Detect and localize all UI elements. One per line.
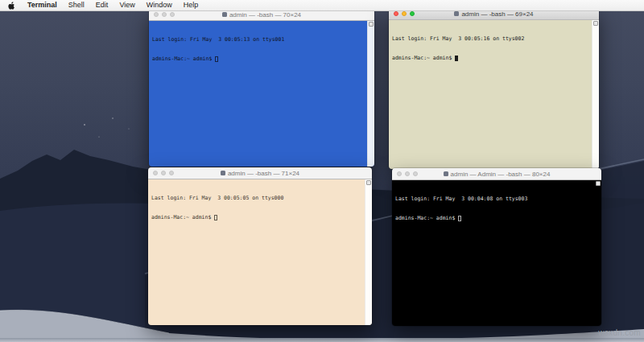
window-titlebar[interactable]: admin — Admin — -bash — 80×24 xyxy=(392,168,601,180)
terminal-content[interactable]: Last login: Fri May 3 00:04:08 on ttys00… xyxy=(392,180,601,326)
close-button[interactable] xyxy=(154,12,159,17)
terminal-window-bottom-right: admin — Admin — -bash — 80×24 Last login… xyxy=(392,168,601,326)
close-button[interactable] xyxy=(153,171,158,175)
terminal-content[interactable]: Last login: Fri May 3 00:05:05 on ttys00… xyxy=(148,179,372,325)
terminal-output-line: Last login: Fri May 3 00:04:08 on ttys00… xyxy=(395,196,598,202)
scrollbar-track[interactable] xyxy=(367,21,374,167)
terminal-content[interactable]: Last login: Fri May 3 00:05:13 on ttys00… xyxy=(149,21,374,167)
terminal-cursor xyxy=(214,215,217,220)
window-title-text: admin — -bash — 70×24 xyxy=(229,11,301,19)
terminal-output-line: Last login: Fri May 3 00:05:16 on ttys00… xyxy=(392,35,596,42)
terminal-prompt-line: admins-Mac:~ admin$ xyxy=(392,55,596,61)
window-title-text: admin — -bash — 71×24 xyxy=(228,170,299,177)
menu-item-view[interactable]: View xyxy=(114,0,140,10)
terminal-proxy-icon xyxy=(222,12,227,17)
scrollbar-track[interactable] xyxy=(365,179,372,325)
terminal-proxy-icon xyxy=(444,171,448,176)
minimize-button[interactable] xyxy=(402,11,407,16)
terminal-cursor xyxy=(458,216,461,221)
scrollbar-thumb[interactable] xyxy=(596,181,601,186)
zoom-button[interactable] xyxy=(413,171,418,176)
watermark: wsxdn.com xyxy=(598,328,641,337)
zoom-button[interactable] xyxy=(169,171,174,175)
menu-bar: Terminal Shell Edit View Window Help xyxy=(0,0,644,11)
menu-item-terminal[interactable]: Terminal xyxy=(22,0,63,10)
zoom-button[interactable] xyxy=(170,12,175,17)
terminal-prompt: admins-Mac:~ admin$ xyxy=(395,215,455,221)
scrollbar-thumb[interactable] xyxy=(366,180,371,185)
terminal-cursor xyxy=(215,56,218,62)
terminal-prompt: admins-Mac:~ admin$ xyxy=(151,214,211,220)
menu-item-edit[interactable]: Edit xyxy=(90,0,114,10)
menu-item-shell[interactable]: Shell xyxy=(63,0,90,10)
wallpaper-bottom-strip xyxy=(0,338,644,342)
window-titlebar[interactable]: admin — -bash — 71×24 xyxy=(148,167,372,179)
scrollbar-thumb[interactable] xyxy=(593,21,598,26)
zoom-button[interactable] xyxy=(410,11,415,16)
terminal-window-top-right: admin — -bash — 69×24 Last login: Fri Ma… xyxy=(389,8,599,169)
scrollbar-thumb[interactable] xyxy=(369,22,374,27)
scrollbar-track[interactable] xyxy=(592,20,599,169)
terminal-prompt: admins-Mac:~ admin$ xyxy=(152,56,212,62)
window-title-text: admin — Admin — -bash — 80×24 xyxy=(451,171,551,178)
scrollbar-track[interactable] xyxy=(595,180,601,326)
terminal-proxy-icon xyxy=(221,171,225,175)
apple-menu-icon[interactable] xyxy=(8,2,15,10)
minimize-button[interactable] xyxy=(405,171,410,176)
menu-item-help[interactable]: Help xyxy=(178,0,204,10)
terminal-output-line: Last login: Fri May 3 00:05:13 on ttys00… xyxy=(152,36,371,43)
terminal-window-bottom-left: admin — -bash — 71×24 Last login: Fri Ma… xyxy=(148,167,372,325)
window-title: admin — -bash — 71×24 xyxy=(221,170,299,177)
menu-item-window[interactable]: Window xyxy=(141,0,178,10)
minimize-button[interactable] xyxy=(162,12,167,17)
terminal-prompt-line: admins-Mac:~ admin$ xyxy=(151,214,369,220)
terminal-cursor xyxy=(455,56,458,61)
terminal-content[interactable]: Last login: Fri May 3 00:05:16 on ttys00… xyxy=(389,20,599,169)
terminal-prompt-line: admins-Mac:~ admin$ xyxy=(152,56,371,62)
window-title: admin — Admin — -bash — 80×24 xyxy=(444,171,551,178)
terminal-window-top-left: admin — -bash — 70×24 Last login: Fri Ma… xyxy=(149,9,374,167)
terminal-prompt-line: admins-Mac:~ admin$ xyxy=(395,215,598,221)
terminal-prompt: admins-Mac:~ admin$ xyxy=(392,55,452,61)
window-title: admin — -bash — 70×24 xyxy=(222,11,301,19)
terminal-output-line: Last login: Fri May 3 00:05:05 on ttys00… xyxy=(151,195,369,201)
terminal-proxy-icon xyxy=(454,11,459,16)
close-button[interactable] xyxy=(394,11,398,16)
minimize-button[interactable] xyxy=(161,171,166,175)
close-button[interactable] xyxy=(397,171,402,176)
